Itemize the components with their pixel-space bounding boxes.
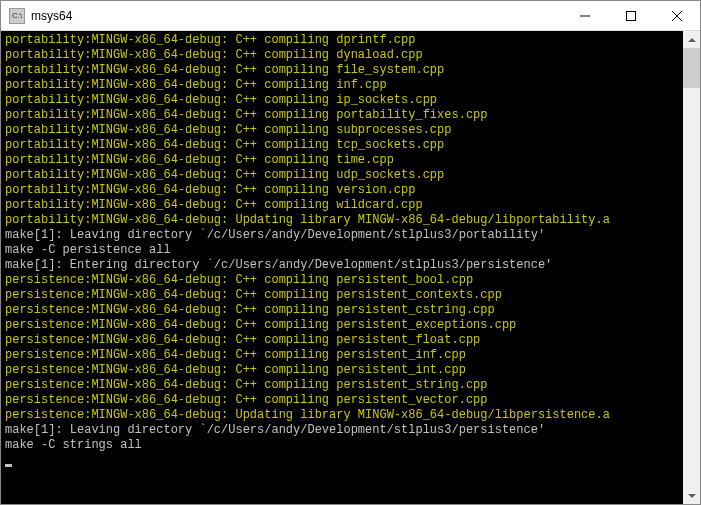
terminal-line: portability:MINGW-x86_64-debug: C++ comp… (5, 108, 679, 123)
terminal-line: portability:MINGW-x86_64-debug: C++ comp… (5, 48, 679, 63)
chevron-up-icon (688, 38, 696, 42)
window-title: msys64 (31, 9, 562, 23)
terminal-line: persistence:MINGW-x86_64-debug: C++ comp… (5, 348, 679, 363)
app-icon: C:\ (9, 8, 25, 24)
chevron-down-icon (688, 494, 696, 498)
terminal-line: portability:MINGW-x86_64-debug: C++ comp… (5, 198, 679, 213)
maximize-button[interactable] (608, 1, 654, 30)
terminal-line: persistence:MINGW-x86_64-debug: C++ comp… (5, 393, 679, 408)
terminal-output[interactable]: portability:MINGW-x86_64-debug: C++ comp… (1, 31, 683, 504)
terminal-line: persistence:MINGW-x86_64-debug: C++ comp… (5, 363, 679, 378)
terminal-line: portability:MINGW-x86_64-debug: C++ comp… (5, 153, 679, 168)
scroll-down-button[interactable] (683, 487, 700, 504)
window-frame: C:\ msys64 portability:MINGW-x86_64-debu… (0, 0, 701, 505)
titlebar[interactable]: C:\ msys64 (1, 1, 700, 31)
window-controls (562, 1, 700, 30)
terminal-line: make[1]: Leaving directory `/c/Users/and… (5, 228, 679, 243)
scroll-up-button[interactable] (683, 31, 700, 48)
terminal-line: portability:MINGW-x86_64-debug: C++ comp… (5, 78, 679, 93)
terminal-line: portability:MINGW-x86_64-debug: C++ comp… (5, 93, 679, 108)
terminal-cursor-line (5, 453, 679, 468)
minimize-icon (580, 11, 590, 21)
svg-marker-5 (688, 494, 696, 498)
terminal-line: persistence:MINGW-x86_64-debug: C++ comp… (5, 318, 679, 333)
close-button[interactable] (654, 1, 700, 30)
terminal-line: persistence:MINGW-x86_64-debug: C++ comp… (5, 378, 679, 393)
terminal-line: make -C strings all (5, 438, 679, 453)
close-icon (672, 11, 682, 21)
terminal-line: persistence:MINGW-x86_64-debug: C++ comp… (5, 288, 679, 303)
minimize-button[interactable] (562, 1, 608, 30)
terminal-line: make[1]: Entering directory `/c/Users/an… (5, 258, 679, 273)
terminal-line: portability:MINGW-x86_64-debug: C++ comp… (5, 123, 679, 138)
svg-rect-1 (627, 11, 636, 20)
cursor (5, 464, 12, 467)
terminal-line: persistence:MINGW-x86_64-debug: C++ comp… (5, 333, 679, 348)
terminal-line: persistence:MINGW-x86_64-debug: C++ comp… (5, 273, 679, 288)
terminal-line: make -C persistence all (5, 243, 679, 258)
terminal-line: portability:MINGW-x86_64-debug: Updating… (5, 213, 679, 228)
terminal-line: make[1]: Leaving directory `/c/Users/and… (5, 423, 679, 438)
scrollbar[interactable] (683, 31, 700, 504)
terminal-line: portability:MINGW-x86_64-debug: C++ comp… (5, 183, 679, 198)
terminal-area: portability:MINGW-x86_64-debug: C++ comp… (1, 31, 700, 504)
terminal-line: persistence:MINGW-x86_64-debug: C++ comp… (5, 303, 679, 318)
svg-marker-4 (688, 38, 696, 42)
terminal-line: portability:MINGW-x86_64-debug: C++ comp… (5, 168, 679, 183)
scrollbar-track[interactable] (683, 48, 700, 487)
scrollbar-thumb[interactable] (683, 48, 700, 88)
terminal-line: portability:MINGW-x86_64-debug: C++ comp… (5, 138, 679, 153)
terminal-line: portability:MINGW-x86_64-debug: C++ comp… (5, 33, 679, 48)
terminal-line: portability:MINGW-x86_64-debug: C++ comp… (5, 63, 679, 78)
terminal-line: persistence:MINGW-x86_64-debug: Updating… (5, 408, 679, 423)
maximize-icon (626, 11, 636, 21)
